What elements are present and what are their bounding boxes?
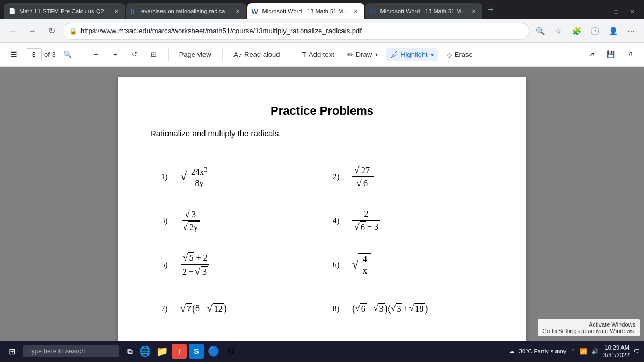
prob-8-num: 8) [333,304,346,313]
prob-5-expr: √5+ 2 2 − √3 [180,252,210,277]
browser-window: 📄 Math 11-STEM Pre Calculus-Q2... ✕ b ex… [0,0,644,341]
zoom-in-button[interactable]: + [108,47,123,62]
weather-icon: ☁ [509,348,515,355]
prob-3-num: 3) [161,216,174,225]
minimize-button[interactable]: ─ [592,4,608,19]
draw-chevron: ▾ [375,51,378,57]
bookmark-icon[interactable]: ☆ [550,23,567,40]
prob-1-num: 1) [161,172,174,181]
read-aloud-button[interactable]: A♪ Read aloud [229,48,284,61]
pdf-share-button[interactable]: ↗ [584,47,599,62]
zoom-out-button[interactable]: − [89,47,104,62]
page-number-input[interactable] [26,48,42,61]
history-icon[interactable]: 🕐 [586,23,603,40]
prob-3-expr: √3 √2y [180,209,202,233]
pdf-save-button[interactable]: 💾 [603,47,618,62]
tab-3[interactable]: W Microsoft Word - 13 Math 51 M... ✕ [247,3,364,19]
problem-4: 4) 2 √6− 3 [322,199,494,242]
taskbar-app-edge[interactable]: 🌐 [137,344,152,359]
tab-2[interactable]: b exercises on rationalizing radica... ✕ [126,3,246,19]
prob-1-expr: √ 24x3 8y [180,164,212,189]
tab-1-favicon: 📄 [9,8,16,15]
prob-6-num: 6) [333,260,346,269]
problem-1: 1) √ 24x3 8y [150,154,322,199]
taskbar-app-chrome[interactable]: ⚙ [223,344,238,359]
chevron-up-icon[interactable]: ⌃ [570,348,575,355]
pdf-print-button[interactable]: 🖨 [623,47,638,62]
toolbar-right: 🔍 ☆ 🧩 🕐 👤 ⋯ [531,23,640,40]
tab-2-close[interactable]: ✕ [233,7,242,16]
prob-2-num: 2) [333,172,346,181]
address-bar[interactable]: 🔒 https://www.mtsac.edu/marcs/worksheet/… [62,23,529,40]
tab-1[interactable]: 📄 Math 11-STEM Pre Calculus-Q2... ✕ [4,3,125,19]
problem-3: 3) √3 √2y [150,199,322,242]
url-text: https://www.mtsac.edu/marcs/worksheet/ma… [80,27,522,35]
draw-button[interactable]: ✏ Draw ▾ [343,48,382,61]
page-view-label: Page view [179,50,211,58]
tab-bar: 📄 Math 11-STEM Pre Calculus-Q2... ✕ b ex… [0,0,644,19]
taskbar-app-s[interactable]: S [189,344,204,359]
highlight-button[interactable]: 🖊 Highlight ▾ [386,48,438,61]
tab-2-favicon: b [130,8,138,15]
notification-icon[interactable]: 🗨 [634,348,640,354]
taskbar-app-folder[interactable]: 📁 [155,344,170,359]
pdf-toc-button[interactable]: ☰ [6,47,21,62]
taskbar-apps: 🌐 📁 I S 🔵 ⚙ [137,344,238,359]
prob-4-num: 4) [333,216,346,225]
tab-4-title: Microsoft Word - 13 Math 51 M... [380,8,466,14]
taskbar-app-edge2[interactable]: 🔵 [206,344,221,359]
toolbar-separator-2 [168,48,169,61]
menu-icon[interactable]: ⋯ [623,23,640,40]
problem-2: 2) √27 √6 [322,154,494,199]
prob-4-expr: 2 √6− 3 [352,209,380,233]
pdf-pagination: of 3 [26,48,56,61]
problem-8: 8) ( √6 − √3 ) ( √3 + √18 ) [322,287,494,330]
time-block[interactable]: 10:29 AM 3/31/2022 [603,344,630,359]
rotate-button[interactable]: ↺ [127,47,142,62]
tab-4[interactable]: W Microsoft Word - 13 Math 51 M... ✕ [365,3,482,19]
pdf-toolbar: ☰ of 3 🔍 − + ↺ ⊡ Page view A♪ Read aloud… [0,43,644,67]
profile-icon[interactable]: 👤 [604,23,621,40]
windows-start-button[interactable]: ⊞ [4,344,19,359]
prob-7-num: 7) [161,304,174,313]
problem-7: 7) √7 ( 8 + √12 ) [150,287,322,330]
restore-button[interactable]: □ [609,4,624,19]
forward-button[interactable]: → [24,23,41,40]
activate-windows-notice: Activate Windows Go to Settings to activ… [538,319,640,336]
task-view-button[interactable]: ⧉ [122,344,137,359]
extensions-icon[interactable]: 🧩 [568,23,585,40]
problem-5: 5) √5+ 2 2 − √3 [150,242,322,287]
windows-logo: ⊞ [9,346,16,357]
new-tab-button[interactable]: + [484,2,499,17]
taskbar-search-input[interactable] [23,345,119,357]
toolbar-separator-3 [222,48,223,61]
search-icon-btn[interactable]: 🔍 [531,23,548,40]
prob-2-expr: √27 √6 [352,165,374,189]
add-text-button[interactable]: T Add text [298,48,339,61]
problem-10: 10) ( √2x − 7 )2 [322,330,494,341]
tab-4-close[interactable]: ✕ [470,7,478,16]
back-button[interactable]: ← [4,23,21,40]
search-pdf-button[interactable]: 🔍 [60,47,75,62]
refresh-button[interactable]: ↻ [43,23,60,40]
prob-8-expr: ( √6 − √3 ) ( √3 + √18 ) [352,303,428,314]
tab-2-title: exercises on rationalizing radica... [141,8,230,14]
taskbar-right: ☁ 30°C Partly sunny ⌃ 📶 🔊 10:29 AM 3/31/… [509,344,640,359]
close-button[interactable]: ✕ [625,4,640,19]
problem-6: 6) √ 4 x [322,242,494,287]
prob-7-expr: √7 ( 8 + √12 ) [180,303,227,314]
prob-5-num: 5) [161,260,174,269]
erase-label: Erase [455,50,473,58]
add-text-label: Add text [309,50,334,58]
erase-button[interactable]: ◇ Erase [442,48,477,61]
sound-icon: 🔊 [591,348,599,355]
tab-1-close[interactable]: ✕ [112,7,121,16]
fit-page-button[interactable]: ⊡ [147,47,162,62]
page-total: of 3 [44,50,56,58]
page-view-button[interactable]: Page view [175,48,216,61]
toolbar-separator-4 [291,48,291,61]
taskbar-app-store[interactable]: I [172,344,187,359]
read-aloud-label: Read aloud [244,50,280,58]
network-icon: 📶 [580,348,587,355]
tab-3-close[interactable]: ✕ [352,7,360,16]
